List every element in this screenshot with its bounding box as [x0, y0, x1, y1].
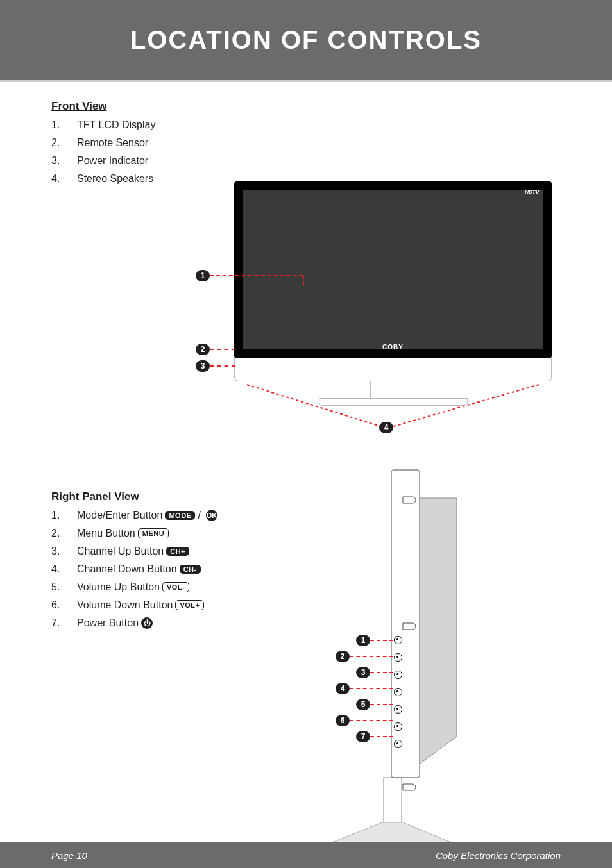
callout-front-1: 1 — [196, 267, 304, 285]
callout-leader — [303, 276, 304, 285]
side-physical-button — [394, 705, 402, 714]
list-label: Stereo Speakers — [77, 173, 153, 185]
list-num: 6. — [51, 599, 77, 611]
callout-side-2: 2 — [336, 651, 393, 662]
svg-marker-2 — [418, 498, 457, 765]
list-label: Remote Sensor — [77, 137, 148, 149]
list-label: Channel Down Button — [77, 563, 177, 575]
list-label: Volume Down Button — [77, 599, 173, 611]
mode-pill: MODE — [165, 511, 195, 520]
list-item: 7. Power Button ⏻ — [51, 617, 308, 629]
list-num: 2. — [51, 137, 77, 149]
callout-number: 7 — [356, 731, 370, 742]
page-title: LOCATION OF CONTROLS — [130, 26, 482, 54]
callout-side-1: 1 — [356, 635, 393, 646]
list-item: 3.Power Indicator — [51, 155, 205, 167]
list-num: 3. — [51, 155, 77, 167]
callout-number: 1 — [356, 635, 370, 646]
callout-leader — [210, 349, 235, 350]
list-num: 4. — [51, 563, 77, 575]
side-physical-button — [394, 722, 402, 731]
right-panel-heading: Right Panel View — [51, 490, 308, 503]
callout-number: 2 — [196, 344, 210, 355]
list-num: 7. — [51, 617, 77, 629]
right-panel-list: 1. Mode/Enter Button MODE / OK 2. Menu B… — [51, 510, 308, 629]
side-button-column — [394, 636, 402, 757]
right-panel-section: Right Panel View 1. Mode/Enter Button MO… — [51, 490, 308, 635]
list-label: TFT LCD Display — [77, 119, 155, 131]
tv-side-diagram — [302, 463, 481, 861]
page-header: LOCATION OF CONTROLS — [0, 0, 612, 82]
callout-leader — [370, 736, 393, 737]
list-num: 1. — [51, 119, 77, 131]
list-label: Menu Button — [77, 528, 135, 539]
tv-brand-label: COBY — [382, 344, 404, 351]
volplus-pill: VOL+ — [175, 600, 204, 610]
tv-front-diagram: HDTV COBY — [234, 181, 552, 406]
list-item: 2. Menu Button MENU — [51, 528, 308, 539]
footer-company: Coby Electronics Corporation — [436, 850, 561, 861]
callout-side-7: 7 — [356, 731, 393, 742]
chplus-pill: CH+ — [166, 547, 189, 556]
tv-hdtv-badge: HDTV — [525, 189, 539, 195]
callout-leader — [350, 656, 393, 657]
list-item: 4. Channel Down Button CH- — [51, 563, 308, 575]
callout-front-2: 2 — [196, 344, 235, 355]
callout-side-3: 3 — [356, 667, 393, 678]
callout-side-6: 6 — [336, 715, 393, 726]
callout-number: 3 — [196, 360, 210, 372]
callout-number: 4 — [336, 683, 350, 694]
side-physical-button — [394, 636, 402, 644]
callout-side-4: 4 — [336, 683, 393, 694]
ok-circle: OK — [206, 510, 217, 521]
callout-leader — [370, 640, 393, 641]
page-body: Front View 1.TFT LCD Display 2.Remote Se… — [0, 82, 612, 799]
callout-front-4: 4 — [379, 422, 393, 433]
list-item: 1. Mode/Enter Button MODE / OK — [51, 510, 308, 521]
svg-line-0 — [247, 385, 382, 427]
list-num: 1. — [51, 510, 77, 521]
front-view-text: Front View 1.TFT LCD Display 2.Remote Se… — [51, 100, 205, 191]
callout-number: 6 — [336, 715, 350, 726]
footer-page-number: Page 10 — [51, 850, 87, 861]
list-item: 4.Stereo Speakers — [51, 173, 205, 185]
chminus-pill: CH- — [180, 565, 201, 574]
list-label: Channel Up Button — [77, 546, 164, 557]
side-physical-button — [394, 740, 402, 748]
side-physical-button — [394, 688, 402, 696]
callout-number: 2 — [336, 651, 350, 662]
power-icon: ⏻ — [141, 617, 153, 629]
separator: / — [198, 510, 200, 521]
list-label: Mode/Enter Button — [77, 510, 162, 521]
callout-leader — [210, 365, 235, 367]
callout-leader — [370, 672, 393, 673]
list-label: Volume Up Button — [77, 581, 160, 593]
list-label: Power Indicator — [77, 155, 148, 167]
callout-leader — [350, 720, 393, 721]
callout-number: 1 — [196, 270, 210, 281]
page: LOCATION OF CONTROLS Front View 1.TFT LC… — [0, 0, 612, 868]
callout-number: 3 — [356, 667, 370, 678]
list-item: 6. Volume Down Button VOL+ — [51, 599, 308, 611]
front-view-heading: Front View — [51, 100, 205, 113]
list-num: 3. — [51, 546, 77, 557]
list-num: 4. — [51, 173, 77, 185]
svg-line-1 — [391, 385, 539, 427]
page-footer: Page 10 Coby Electronics Corporation — [0, 842, 612, 868]
front-view-list: 1.TFT LCD Display 2.Remote Sensor 3.Powe… — [51, 119, 205, 185]
volminus-pill: VOL- — [162, 582, 189, 592]
callout-leader — [350, 688, 393, 689]
callout-number: 5 — [356, 699, 370, 710]
svg-rect-4 — [384, 778, 402, 822]
list-num: 5. — [51, 581, 77, 593]
callout-number: 4 — [379, 422, 393, 433]
front-view-section: Front View 1.TFT LCD Display 2.Remote Se… — [51, 100, 561, 191]
list-item: 5. Volume Up Button VOL- — [51, 581, 308, 593]
side-physical-button — [394, 671, 402, 679]
side-physical-button — [394, 653, 402, 662]
list-item: 1.TFT LCD Display — [51, 119, 205, 131]
list-item: 2.Remote Sensor — [51, 137, 205, 149]
callout-front-3: 3 — [196, 360, 235, 372]
callout-leader — [370, 704, 393, 705]
menu-pill: MENU — [138, 528, 169, 538]
